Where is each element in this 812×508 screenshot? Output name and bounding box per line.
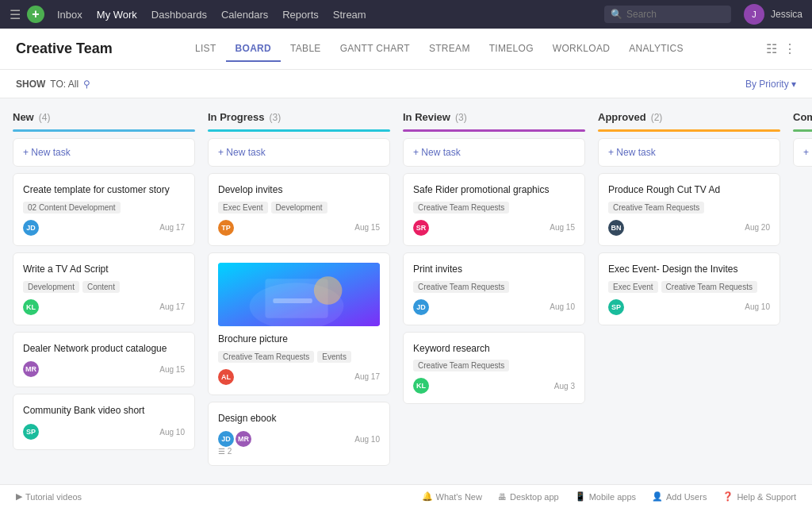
card-tag: Creative Team Requests bbox=[608, 202, 704, 214]
card-tag: Events bbox=[317, 351, 351, 363]
col-title-in-progress: In Progress bbox=[208, 111, 265, 123]
new-task-button-completed[interactable]: + New ta... bbox=[793, 138, 812, 167]
new-task-button-new[interactable]: + New task bbox=[13, 138, 195, 167]
footer-desktop-app[interactable]: 🖶 Desktop app bbox=[498, 491, 559, 502]
more-options-icon[interactable]: ⋮ bbox=[783, 41, 796, 56]
card-tags: Creative Team Requests bbox=[608, 202, 770, 214]
card[interactable]: Keyword researchCreative Team RequestsKL… bbox=[403, 332, 585, 405]
card-tags: Creative Team Requests bbox=[413, 360, 575, 371]
video-icon: ▶ bbox=[16, 491, 22, 502]
card-sub-count: ☰ 2 bbox=[218, 447, 380, 456]
nav-inbox[interactable]: Inbox bbox=[57, 9, 82, 21]
bell-icon: 🔔 bbox=[422, 491, 433, 502]
tab-table[interactable]: TABLE bbox=[281, 37, 331, 62]
sub-header: Creative Team LIST BOARD TABLE GANTT CHA… bbox=[0, 29, 812, 70]
tab-stream[interactable]: STREAM bbox=[419, 37, 480, 62]
col-count-in-progress: (3) bbox=[270, 112, 282, 123]
by-priority[interactable]: By Priority ▾ bbox=[745, 79, 796, 90]
search-icon: 🔍 bbox=[611, 9, 622, 20]
card-avatar: BN bbox=[608, 220, 624, 236]
tab-list[interactable]: LIST bbox=[186, 37, 226, 62]
card-date: Aug 17 bbox=[354, 372, 380, 381]
card-avatar: AL bbox=[218, 369, 234, 385]
nav-username[interactable]: Jessica bbox=[771, 9, 802, 20]
tab-workload[interactable]: WORKLOAD bbox=[543, 37, 619, 62]
new-task-button-in-progress[interactable]: + New task bbox=[208, 138, 390, 167]
card-title: Exec Event- Design the Invites bbox=[608, 263, 770, 276]
card-footer: MRAug 15 bbox=[23, 361, 185, 377]
card-title: Create template for customer story bbox=[23, 183, 185, 197]
tab-board[interactable]: BOARD bbox=[226, 37, 282, 62]
footer-add-users[interactable]: 👤 Add Users bbox=[652, 491, 707, 502]
card[interactable]: Exec Event- Design the InvitesExec Event… bbox=[598, 252, 780, 325]
card-date: Aug 10 bbox=[159, 428, 185, 437]
footer-whats-new[interactable]: 🔔 What's New bbox=[422, 491, 482, 502]
to-all-filter[interactable]: TO: All bbox=[50, 79, 79, 90]
search-wrap: 🔍 bbox=[604, 6, 731, 23]
footer-help[interactable]: ❓ Help & Support bbox=[722, 491, 796, 502]
col-header-completed: Completed(0) bbox=[793, 111, 812, 123]
card-tag: Creative Team Requests bbox=[413, 360, 509, 371]
card-title: Develop invites bbox=[218, 183, 380, 197]
card[interactable]: Create template for customer story02 Con… bbox=[13, 173, 195, 246]
card-footer: KLAug 17 bbox=[23, 299, 185, 315]
card-tags: Exec EventDevelopment bbox=[218, 202, 380, 214]
card-title: Produce Rough Cut TV Ad bbox=[608, 183, 770, 197]
card-avatar: KL bbox=[413, 378, 429, 394]
card-avatar: SP bbox=[23, 424, 39, 440]
avatar[interactable]: J bbox=[744, 4, 764, 25]
card-tag: Exec Event bbox=[608, 281, 658, 293]
card-avatar: KL bbox=[23, 299, 39, 315]
card[interactable]: Develop invitesExec EventDevelopmentTPAu… bbox=[208, 173, 390, 246]
card-tag: 02 Content Development bbox=[23, 202, 121, 214]
card-title: Brochure picture bbox=[218, 333, 380, 346]
card[interactable]: Write a TV Ad ScriptDevelopmentContentKL… bbox=[13, 252, 195, 325]
col-title-completed: Completed bbox=[793, 111, 812, 123]
mobile-icon: 📱 bbox=[575, 491, 586, 502]
card-date: Aug 3 bbox=[554, 382, 575, 391]
filter-left: SHOW TO: All ⚲ bbox=[16, 79, 90, 90]
card[interactable]: Produce Rough Cut TV AdCreative Team Req… bbox=[598, 173, 780, 246]
add-user-icon: 👤 bbox=[652, 491, 663, 502]
card-title: Write a TV Ad Script bbox=[23, 263, 185, 276]
card[interactable]: Community Bank video shortSPAug 10 bbox=[13, 394, 195, 450]
card-footer: JDAug 17 bbox=[23, 220, 185, 236]
col-title-approved: Approved bbox=[598, 111, 646, 123]
card-footer: SPAug 10 bbox=[608, 299, 770, 315]
new-task-button-approved[interactable]: + New task bbox=[598, 138, 780, 167]
card-title: Safe Rider promotional graphics bbox=[413, 183, 575, 197]
nav-my-work[interactable]: My Work bbox=[97, 9, 137, 21]
new-item-button[interactable]: + bbox=[27, 6, 44, 23]
grid-icon[interactable]: ☷ bbox=[766, 41, 777, 56]
nav-reports[interactable]: Reports bbox=[282, 9, 319, 21]
card-avatar: MR bbox=[23, 361, 39, 377]
tab-analytics[interactable]: ANALYTICS bbox=[619, 37, 693, 62]
card[interactable]: Safe Rider promotional graphicsCreative … bbox=[403, 173, 585, 246]
tab-timelog[interactable]: TIMELOG bbox=[480, 37, 543, 62]
col-line-in-progress bbox=[208, 129, 390, 132]
search-input[interactable] bbox=[604, 6, 731, 23]
card-tags: Creative Team RequestsEvents bbox=[218, 351, 380, 363]
nav-dashboards[interactable]: Dashboards bbox=[151, 9, 207, 21]
tab-gantt-chart[interactable]: GANTT CHART bbox=[331, 37, 419, 62]
card[interactable]: Brochure pictureCreative Team RequestsEv… bbox=[208, 252, 390, 395]
footer-mobile-apps[interactable]: 📱 Mobile apps bbox=[575, 491, 636, 502]
card[interactable]: Print invitesCreative Team RequestsJDAug… bbox=[403, 252, 585, 325]
card-tag: Development bbox=[23, 281, 79, 293]
column-in-progress: In Progress(3)+ New taskDevelop invitesE… bbox=[208, 111, 390, 484]
new-task-button-in-review[interactable]: + New task bbox=[403, 138, 585, 167]
hamburger-icon[interactable]: ☰ bbox=[10, 7, 21, 22]
nav-stream[interactable]: Stream bbox=[333, 9, 366, 21]
filter-icon[interactable]: ⚲ bbox=[83, 79, 90, 90]
card-footer: BNAug 20 bbox=[608, 220, 770, 236]
footer-tutorial[interactable]: ▶ Tutorial videos bbox=[16, 491, 82, 502]
card[interactable]: Design ebook JD MR Aug 10☰ 2 bbox=[208, 402, 390, 467]
card-avatar: SP bbox=[608, 299, 624, 315]
nav-calendars[interactable]: Calendars bbox=[221, 9, 268, 21]
card-title: Print invites bbox=[413, 263, 575, 276]
column-new: New(4)+ New taskCreate template for cust… bbox=[13, 111, 195, 484]
card[interactable]: Dealer Network product catalogueMRAug 15 bbox=[13, 332, 195, 388]
card-tag: Creative Team Requests bbox=[413, 281, 509, 293]
svg-rect-4 bbox=[273, 298, 312, 303]
col-count-in-review: (3) bbox=[455, 112, 467, 123]
